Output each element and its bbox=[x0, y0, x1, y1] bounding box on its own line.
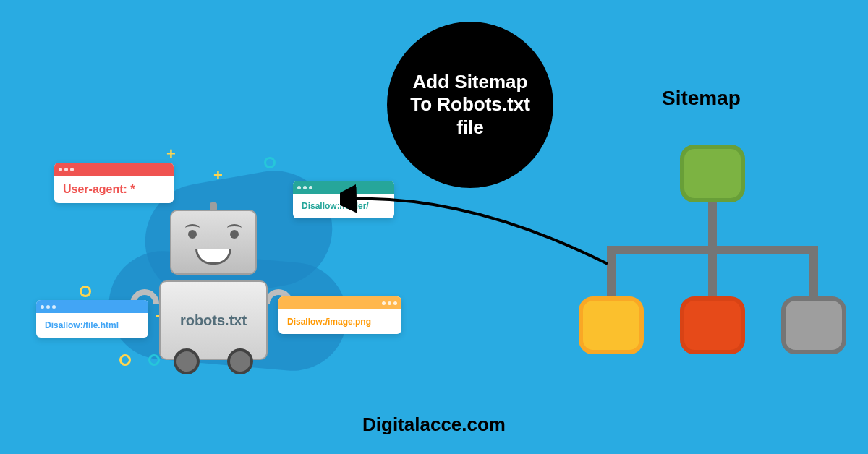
tree-connector bbox=[809, 246, 818, 300]
popup-titlebar bbox=[278, 296, 401, 309]
sitemap-tree bbox=[579, 145, 854, 376]
robot-chest: robots.txt bbox=[159, 280, 268, 360]
circle-icon bbox=[264, 157, 276, 168]
popup-window-blue: Disallow:/file.html bbox=[36, 300, 148, 338]
circle-icon bbox=[119, 354, 131, 366]
callout-text: Add Sitemap To Robots.txt file bbox=[401, 71, 539, 139]
popup-content: User-agent: * bbox=[54, 176, 174, 203]
robot-eye-icon bbox=[230, 230, 239, 239]
robot-body-group: robots.txt bbox=[170, 210, 257, 360]
robot-wheel-icon bbox=[174, 348, 200, 374]
tree-node-root bbox=[680, 145, 745, 202]
popup-titlebar bbox=[36, 300, 148, 313]
popup-content: Disallow:/file.html bbox=[36, 313, 148, 338]
popup-window-orange: Disallow:/image.png bbox=[278, 296, 401, 334]
robot-head bbox=[170, 210, 257, 275]
tree-node-child bbox=[579, 296, 644, 354]
robot-mouth-icon bbox=[195, 249, 231, 265]
tree-connector bbox=[708, 202, 717, 246]
sitemap-label: Sitemap bbox=[662, 87, 741, 110]
robot-eye-icon bbox=[188, 230, 197, 239]
robot-wheel-icon bbox=[227, 348, 253, 374]
popup-content: Disallow:/image.png bbox=[278, 309, 401, 334]
plus-icon: + bbox=[213, 166, 223, 185]
footer-credit: Digitalacce.com bbox=[362, 414, 506, 436]
plus-icon: + bbox=[166, 145, 176, 163]
circle-icon bbox=[148, 354, 160, 366]
callout-circle: Add Sitemap To Robots.txt file bbox=[387, 22, 553, 188]
popup-titlebar bbox=[54, 163, 174, 176]
tree-node-child bbox=[781, 296, 846, 354]
popup-window-red: User-agent: * bbox=[54, 163, 174, 203]
robot-body-label: robots.txt bbox=[180, 312, 247, 329]
tree-node-child bbox=[680, 296, 745, 354]
circle-icon bbox=[80, 286, 91, 297]
tree-connector bbox=[708, 246, 717, 300]
